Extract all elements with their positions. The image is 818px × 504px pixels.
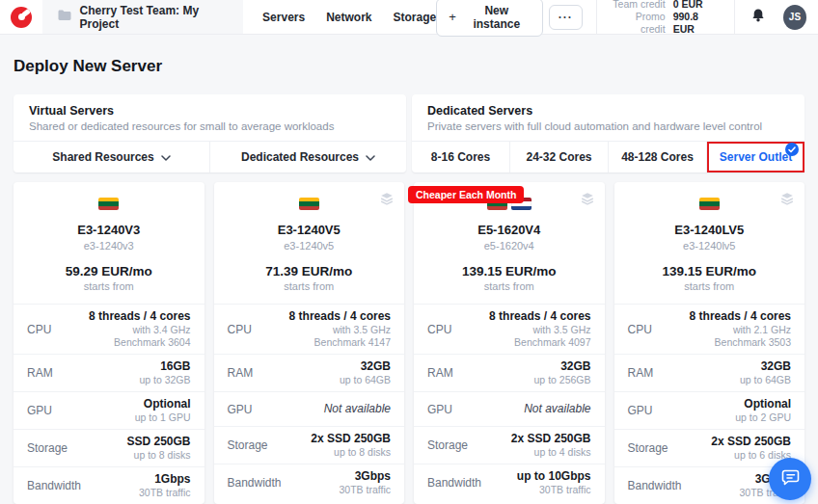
new-instance-label: New instance xyxy=(463,4,531,31)
spec-sub: up to 2 GPU xyxy=(735,411,791,424)
nav-link-network[interactable]: Network xyxy=(326,11,371,24)
spec-row: Storage 2x SSD 250GB up to 8 disks xyxy=(214,426,405,464)
cherry-logo-icon xyxy=(11,7,32,28)
spec-row: GPU Optional up to 1 GPU xyxy=(14,391,204,429)
server-card[interactable]: E3-1240LV5 e3-1240lv5 139.15 EUR/mo star… xyxy=(614,182,805,504)
stack-icon xyxy=(380,192,394,209)
region-flags xyxy=(23,198,195,210)
server-card[interactable]: Cheaper Each Month E5-1620V4 e5-1620v4 1… xyxy=(414,182,605,504)
tab-24-32-cores[interactable]: 24-32 Cores xyxy=(509,142,608,172)
tab-label: 8-16 Cores xyxy=(431,150,490,164)
chevron-down-icon xyxy=(366,150,375,164)
notifications-button[interactable] xyxy=(734,0,781,34)
spec-label: CPU xyxy=(628,323,652,336)
spec-value: 32GB up to 64GB xyxy=(340,359,391,386)
spec-main: 2x SSD 250GB xyxy=(711,435,791,449)
bell-icon xyxy=(750,8,766,27)
new-instance-button[interactable]: + New instance xyxy=(436,0,543,37)
spec-table: CPU 8 threads / 4 cores with 3.5 GHzBenc… xyxy=(214,304,405,501)
tab-8-16-cores[interactable]: 8-16 Cores xyxy=(412,142,509,172)
spec-label: Bandwidth xyxy=(27,479,81,492)
spec-main: 2x SSD 250GB xyxy=(511,432,591,446)
folder-icon xyxy=(58,10,71,24)
spec-sub: Benchmark 4147 xyxy=(289,336,391,349)
server-name: E3-1240LV5 xyxy=(624,223,796,237)
spec-row: GPU Optional up to 2 GPU xyxy=(614,391,805,429)
spec-value: 2x SSD 250GB up to 6 disks xyxy=(711,435,791,462)
spec-row: RAM 16GB up to 32GB xyxy=(14,354,204,391)
spec-label: GPU xyxy=(628,404,653,417)
spec-value: 8 threads / 4 cores with 3.4 GHzBenchmar… xyxy=(89,309,190,349)
spec-label: RAM xyxy=(628,366,654,380)
tab-48-128-cores[interactable]: 48-128 Cores xyxy=(608,142,706,172)
spec-label: GPU xyxy=(427,403,452,416)
spec-row: Bandwidth 1Gbps 30TB traffic xyxy=(14,466,204,504)
spec-main: 16GB xyxy=(139,359,190,374)
main-nav: Servers Network Storage xyxy=(262,0,436,34)
spec-value: 2x SSD 250GB up to 4 disks xyxy=(511,432,591,459)
spec-sub: up to 1 GPU xyxy=(135,411,191,424)
server-card[interactable]: E3-1240V5 e3-1240v5 71.39 EUR/mo starts … xyxy=(214,182,405,504)
spec-main: 8 threads / 4 cores xyxy=(489,309,590,324)
stack-icon xyxy=(581,192,594,209)
spec-value: SSD 250GB up to 8 disks xyxy=(126,435,190,462)
team-credit-label: Team credit xyxy=(613,0,673,11)
more-actions-button[interactable]: ··· xyxy=(549,5,583,30)
spec-main: 32GB xyxy=(740,359,791,374)
spec-label: CPU xyxy=(228,323,252,336)
spec-row: Bandwidth 3Gbps 30TB traffic xyxy=(214,464,405,501)
brand-logo[interactable] xyxy=(0,0,42,34)
price-note: starts from xyxy=(23,280,195,292)
spec-row: CPU 8 threads / 4 cores with 3.5 GHzBenc… xyxy=(414,304,605,354)
spec-label: RAM xyxy=(27,366,53,380)
chat-launcher-button[interactable] xyxy=(769,458,811,500)
server-slug: e3-1240v3 xyxy=(23,240,195,252)
flag-lt-icon xyxy=(299,198,319,210)
spec-label: GPU xyxy=(228,403,253,416)
spec-main: 32GB xyxy=(340,359,391,374)
spec-main: 8 threads / 4 cores xyxy=(690,309,791,324)
server-name: E5-1620V4 xyxy=(423,223,595,237)
spec-sub: Benchmark 3503 xyxy=(690,336,791,349)
spec-row: Bandwidth up to 10Gbps 30TB traffic xyxy=(414,464,605,501)
tab-dedicated-resources[interactable]: Dedicated Resources xyxy=(209,142,406,172)
spec-main: up to 10Gbps xyxy=(517,469,591,484)
spec-value: Not available xyxy=(324,402,391,416)
spec-sub: Benchmark 4097 xyxy=(489,336,590,349)
dedicated-servers-subtitle: Private servers with full cloud automati… xyxy=(427,120,789,132)
spec-row: Storage 2x SSD 250GB up to 6 disks xyxy=(614,429,805,466)
spec-sub: up to 256GB xyxy=(534,374,591,386)
tab-label: 24-32 Cores xyxy=(526,150,591,164)
tab-label: 48-128 Cores xyxy=(621,150,694,164)
spec-table: CPU 8 threads / 4 cores with 3.4 GHzBenc… xyxy=(14,304,204,504)
spec-row: CPU 8 threads / 4 cores with 3.4 GHzBenc… xyxy=(14,304,204,354)
spec-row: Storage SSD 250GB up to 8 disks xyxy=(14,429,204,466)
spec-row: RAM 32GB up to 64GB xyxy=(214,354,405,391)
spec-label: Bandwidth xyxy=(427,476,481,490)
spec-row: Storage 2x SSD 250GB up to 4 disks xyxy=(414,426,605,464)
spec-sub: 30TB traffic xyxy=(340,484,392,496)
chevron-down-icon xyxy=(161,150,171,164)
tab-server-outlet[interactable]: Server Outlet xyxy=(706,142,804,172)
server-card[interactable]: E3-1240V3 e3-1240v3 59.29 EUR/mo starts … xyxy=(14,182,204,504)
nav-link-storage[interactable]: Storage xyxy=(394,11,437,24)
spec-main: SSD 250GB xyxy=(126,435,190,449)
spec-label: Storage xyxy=(628,441,668,455)
server-price: 139.15 EUR/mo xyxy=(624,264,796,279)
cheaper-badge: Cheaper Each Month xyxy=(408,186,524,203)
price-note: starts from xyxy=(423,280,595,292)
spec-label: Storage xyxy=(228,438,268,452)
project-selector[interactable]: Cherry Test Team: My Project xyxy=(42,0,243,34)
spec-main: Optional xyxy=(735,397,791,411)
nav-link-servers[interactable]: Servers xyxy=(262,11,305,24)
spec-value: Optional up to 2 GPU xyxy=(735,397,791,424)
spec-sub: 30TB traffic xyxy=(517,484,591,496)
spec-sub: up to 4 disks xyxy=(511,446,591,459)
spec-label: RAM xyxy=(427,366,453,380)
spec-row: CPU 8 threads / 4 cores with 3.5 GHzBenc… xyxy=(214,304,405,354)
server-card-grid: E3-1240V3 e3-1240v3 59.29 EUR/mo starts … xyxy=(14,182,804,504)
user-avatar[interactable]: JS xyxy=(783,5,806,30)
server-name: E3-1240V3 xyxy=(23,223,195,237)
spec-value: 16GB up to 32GB xyxy=(139,359,190,386)
tab-shared-resources[interactable]: Shared Resources xyxy=(14,142,209,172)
